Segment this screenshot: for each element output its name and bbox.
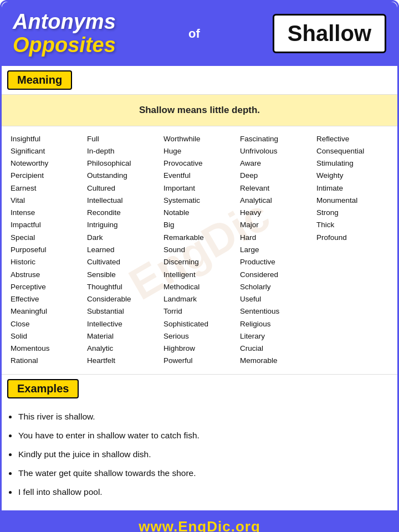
- antonym-item: Profound: [316, 232, 388, 244]
- antonym-item: Perceptive: [11, 281, 83, 293]
- antonym-item: Heavy: [240, 207, 312, 219]
- antonym-item: Discerning: [163, 256, 236, 268]
- antonym-item: Sophisticated: [163, 318, 236, 330]
- antonym-item: Intellective: [87, 318, 159, 330]
- antonym-item: Intriguing: [87, 219, 159, 231]
- antonym-item: Stimulating: [316, 157, 388, 170]
- meaning-word: Shallow: [139, 105, 175, 115]
- antonym-item: Important: [163, 182, 236, 195]
- antonym-item: Solid: [11, 330, 83, 342]
- antonym-col-1: InsightfulSignificantNoteworthyPercipien…: [8, 132, 85, 369]
- antonym-item: Aware: [240, 157, 312, 170]
- examples-label-row: Examples: [2, 374, 397, 403]
- antonym-item: Considerable: [87, 293, 159, 305]
- antonym-item: Analytical: [240, 195, 312, 207]
- antonym-item: Remarkable: [163, 232, 236, 244]
- antonym-item: Percipient: [11, 170, 83, 182]
- antonym-item: Intelligent: [163, 269, 236, 281]
- antonym-item: Huge: [163, 145, 236, 157]
- antonym-item: Notable: [163, 207, 236, 219]
- antonym-item: Outstanding: [87, 170, 159, 182]
- antonym-item: Meaningful: [11, 305, 83, 318]
- antonym-item: Large: [240, 244, 312, 256]
- antonym-col-4: FascinatingUnfrivolousAwareDeepRelevantA…: [238, 132, 314, 369]
- antonym-item: Thick: [316, 219, 388, 231]
- antonym-item: Learned: [87, 244, 159, 256]
- example-item: You have to enter in shallow water to ca…: [18, 425, 386, 444]
- antonym-item: Earnest: [11, 182, 83, 195]
- antonym-item: Intellectual: [87, 195, 159, 207]
- antonym-item: Substantial: [87, 305, 159, 318]
- antonym-col-2: FullIn-depthPhilosophicalOutstandingCult…: [85, 132, 161, 369]
- meaning-label: Meaning: [7, 70, 72, 90]
- antonym-item: Significant: [11, 145, 83, 157]
- antonym-item: Major: [240, 219, 312, 231]
- antonym-item: Strong: [316, 207, 388, 219]
- antonym-item: Noteworthy: [11, 157, 83, 170]
- antonym-item: Dark: [87, 232, 159, 244]
- antonym-item: Provocative: [163, 157, 236, 170]
- antonym-item: Useful: [240, 293, 312, 305]
- antonym-item: Deep: [240, 170, 312, 182]
- header-word: Shallow: [288, 21, 371, 46]
- antonym-item: Rational: [11, 355, 83, 367]
- antonym-item: Impactful: [11, 219, 83, 231]
- footer-text: www.EngDic.org: [139, 518, 260, 532]
- antonym-item: Productive: [240, 256, 312, 268]
- antonym-item: Considered: [240, 269, 312, 281]
- header-word-box: Shallow: [273, 14, 386, 53]
- antonym-item: Scholarly: [240, 281, 312, 293]
- meaning-label-row: Meaning: [2, 66, 397, 95]
- antonym-item: Purposeful: [11, 244, 83, 256]
- header-antonyms-label: Antonyms: [13, 11, 116, 34]
- examples-label: Examples: [7, 379, 79, 398]
- antonym-item: Reflective: [316, 133, 388, 145]
- antonym-item: Cultivated: [87, 256, 159, 268]
- antonym-item: Consequential: [316, 145, 388, 157]
- antonym-item: Eventful: [163, 170, 236, 182]
- antonym-item: Intense: [11, 207, 83, 219]
- antonyms-section: EngDic InsightfulSignificantNoteworthyPe…: [2, 126, 397, 374]
- header-of-label: of: [188, 27, 200, 41]
- meaning-text: means little depth.: [175, 105, 260, 115]
- antonym-item: Fascinating: [240, 133, 312, 145]
- antonym-item: In-depth: [87, 145, 159, 157]
- antonym-item: Big: [163, 219, 236, 231]
- meaning-box: Shallow means little depth.: [2, 95, 397, 126]
- antonym-item: Serious: [163, 330, 236, 342]
- antonym-item: Religious: [240, 318, 312, 330]
- antonym-item: Philosophical: [87, 157, 159, 170]
- header-left: Antonyms Opposites: [13, 11, 116, 57]
- antonym-item: Crucial: [240, 342, 312, 355]
- antonym-item: Analytic: [87, 342, 159, 355]
- antonym-col-5: ReflectiveConsequentialStimulatingWeight…: [314, 132, 391, 369]
- header: Antonyms Opposites of Shallow: [2, 2, 397, 66]
- antonym-item: Methodical: [163, 281, 236, 293]
- antonym-item: Literary: [240, 330, 312, 342]
- antonym-item: Momentous: [11, 342, 83, 355]
- example-item: I fell into shallow pool.: [18, 482, 386, 500]
- antonym-item: Highbrow: [163, 342, 236, 355]
- antonym-item: Memorable: [240, 355, 312, 367]
- antonym-item: Weighty: [316, 170, 388, 182]
- antonym-item: Intimate: [316, 182, 388, 195]
- antonym-item: Sententious: [240, 305, 312, 318]
- antonym-item: Hard: [240, 232, 312, 244]
- antonym-item: Systematic: [163, 195, 236, 207]
- antonyms-grid: InsightfulSignificantNoteworthyPercipien…: [8, 132, 391, 369]
- antonym-item: Effective: [11, 293, 83, 305]
- antonym-item: Relevant: [240, 182, 312, 195]
- antonym-item: Sound: [163, 244, 236, 256]
- antonym-item: Worthwhile: [163, 133, 236, 145]
- footer-brand: EngDic: [178, 518, 231, 532]
- example-item: The water get quite shallow towards the …: [18, 463, 386, 482]
- antonym-col-3: WorthwhileHugeProvocativeEventfulImporta…: [161, 132, 238, 369]
- footer-end: .org: [231, 518, 260, 532]
- footer-plain: www.: [139, 518, 178, 532]
- header-opposites-label: Opposites: [13, 34, 116, 57]
- examples-list: This river is shallow.You have to enter …: [2, 403, 397, 510]
- antonym-item: Heartfelt: [87, 355, 159, 367]
- antonym-item: Material: [87, 330, 159, 342]
- example-item: Kindly put the juice in shallow dish.: [18, 444, 386, 463]
- antonym-item: Vital: [11, 195, 83, 207]
